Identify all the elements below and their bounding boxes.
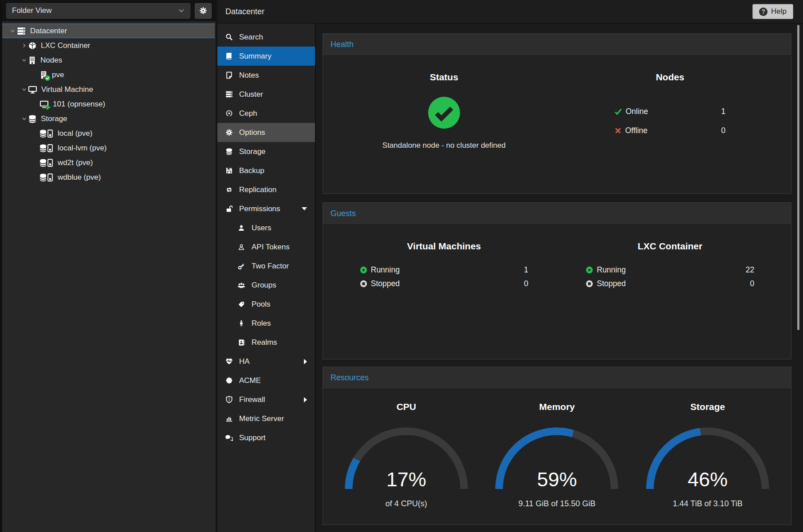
users-group-icon [237,282,246,289]
gear-icon [224,129,233,136]
chevron-down-icon[interactable] [20,57,28,64]
tree-item-label: Virtual Machine [41,85,93,94]
scrollbar-thumb[interactable] [797,25,799,330]
menu-item-storage[interactable]: Storage [217,142,315,161]
online-check-badge [44,75,51,81]
menu-item-options[interactable]: Options [217,123,315,142]
key-icon [237,263,246,270]
vm-running-icon [39,100,49,109]
cube-icon [28,41,37,50]
nodes-heading: Nodes [557,56,783,83]
menu-item-roles[interactable]: Roles [217,314,315,333]
tree-settings-button[interactable] [195,3,212,19]
storage-gauge-block: Storage 46% 1.44 TiB of 3.10 TiB [632,389,783,524]
shield-icon [224,396,233,403]
online-count: 1 [721,107,726,116]
menu-item-support[interactable]: Support [217,428,315,447]
lxc-stopped-row: Stopped 0 [586,277,754,291]
storage-volume-icon [39,158,54,167]
question-circle-icon: ? [759,8,768,16]
status-heading: Status [331,56,557,83]
menu-item-two-factor[interactable]: Two Factor [217,256,315,276]
nodes-column: Nodes Online 1 Offline 0 [557,56,783,193]
tree-item-lxc-container[interactable]: LXC Container [2,38,216,53]
tree-item-storage-local-lvm[interactable]: local-lvm (pve) [2,141,216,155]
ceph-icon [224,110,233,117]
vm-column: Virtual Machines Running 1 Stopped [331,225,557,359]
memory-percent: 59% [490,468,623,491]
caret-down-icon [302,207,307,210]
tree-item-storage-wdblue[interactable]: wdblue (pve) [2,170,216,185]
menu-item-ha[interactable]: HA [217,352,315,371]
status-text: Standalone node - no cluster defined [331,141,557,150]
cluster-status-column: Status Standalone node - no cluster defi… [331,56,557,193]
health-panel: Health Status Standalone node - no clust… [323,33,791,194]
node-online-icon [39,71,48,79]
view-mode-select[interactable]: Folder View [6,3,190,19]
storage-volume-icon [39,173,54,182]
lxc-running-row: Running 22 [586,263,754,277]
chevron-right-icon[interactable] [20,42,28,49]
play-circle-icon [360,266,367,274]
heartbeat-icon [224,358,233,365]
menu-item-replication[interactable]: Replication [217,180,315,199]
menu-item-api-tokens[interactable]: API Tokens [217,237,315,256]
resource-tree: Datacenter LXC Container Nodes pve Virtu… [2,21,216,185]
help-button[interactable]: ? Help [752,4,793,19]
menu-item-users[interactable]: Users [217,218,315,237]
menu-item-acme[interactable]: ACME [217,371,315,390]
tree-item-storage[interactable]: Storage [2,111,216,126]
server-stack-icon [224,91,233,98]
chevron-down-icon[interactable] [20,86,28,93]
summary-content: Health Status Standalone node - no clust… [316,24,803,532]
vm-running-count: 1 [524,265,528,275]
menu-item-ceph[interactable]: Ceph [217,104,315,123]
menu-item-summary[interactable]: Summary [217,47,315,66]
lxc-heading: LXC Container [557,225,783,252]
database-icon [28,114,37,123]
menu-item-firewall[interactable]: Firewall [217,390,315,409]
page-title: Datacenter [225,7,264,16]
health-panel-header: Health [323,34,791,56]
storage-percent: 46% [641,468,774,491]
menu-item-cluster[interactable]: Cluster [217,85,315,104]
menu-item-permissions[interactable]: Permissions [217,199,315,218]
server-stack-icon [16,27,26,35]
menu-item-notes[interactable]: Notes [217,66,315,85]
tree-item-pve[interactable]: pve [2,67,216,82]
tree-toolbar: Folder View [2,0,216,21]
tree-item-label: 101 (opnsense) [53,100,105,109]
tree-item-storage-local[interactable]: local (pve) [2,126,216,141]
replication-arrows-icon [224,186,233,193]
cpu-percent: 17% [340,468,473,491]
person-icon [237,320,246,327]
chevron-down-icon[interactable] [20,115,28,122]
offline-count: 0 [721,126,726,135]
menu-item-backup[interactable]: Backup [217,161,315,180]
status-ok-icon [427,96,461,130]
caret-right-icon [304,359,307,364]
tree-item-datacenter[interactable]: Datacenter [2,24,215,38]
vm-stopped-count: 0 [524,279,528,288]
memory-caption: 9.11 GiB of 15.50 GiB [482,499,633,508]
vertical-scrollbar [797,25,800,532]
chevron-down-icon[interactable] [8,28,16,35]
floppy-icon [224,167,233,174]
menu-item-metric-server[interactable]: Metric Server [217,409,315,428]
user-icon [237,225,246,232]
check-icon [614,108,622,115]
guests-panel-header: Guests [323,203,791,225]
menu-item-pools[interactable]: Pools [217,295,315,314]
building-icon [28,56,36,65]
menu-item-groups[interactable]: Groups [217,276,315,295]
tree-item-nodes[interactable]: Nodes [2,53,216,67]
tree-item-storage-wd2t[interactable]: wd2t (pve) [2,155,216,170]
tree-item-virtual-machine[interactable]: Virtual Machine [2,82,216,97]
caret-right-icon [304,397,307,402]
vm-heading: Virtual Machines [331,225,557,252]
tree-item-label: local (pve) [58,129,92,138]
menu-item-search[interactable]: Search [217,28,315,47]
menu-item-realms[interactable]: Realms [217,333,315,352]
view-mode-value: Folder View [12,6,51,15]
tree-item-vm-101[interactable]: 101 (opnsense) [2,97,216,111]
